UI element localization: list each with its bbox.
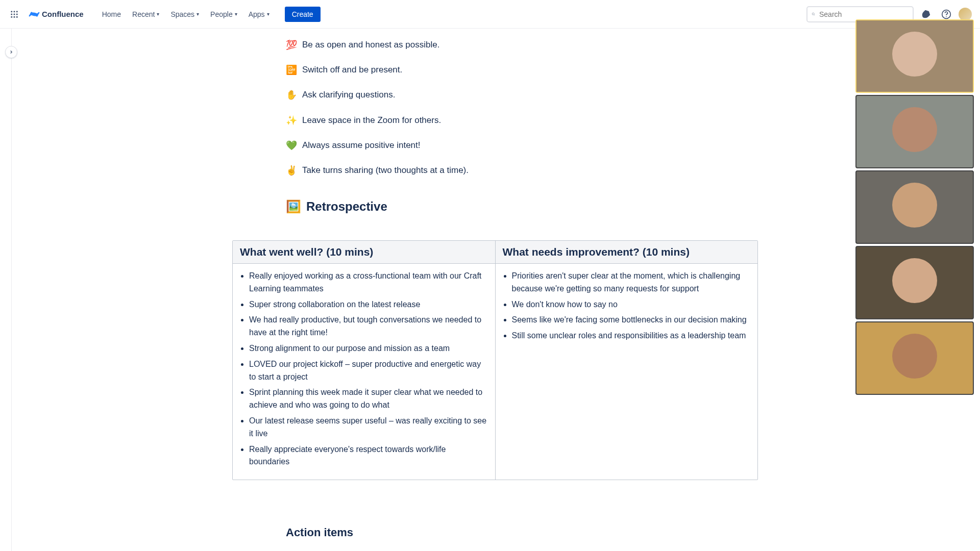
nav-home[interactable]: Home <box>97 7 126 21</box>
list-item: We don't know how to say no <box>512 298 751 311</box>
retro-well-header: What went well? (10 mins) <box>233 241 495 264</box>
create-button[interactable]: Create <box>285 7 321 22</box>
svg-line-10 <box>814 15 815 15</box>
svg-point-4 <box>14 13 15 15</box>
svg-point-5 <box>16 13 18 15</box>
nav-recent[interactable]: Recent▾ <box>127 7 164 21</box>
retro-improve-header: What needs improvement? (10 mins) <box>496 241 758 264</box>
hundred-icon: 💯 <box>286 39 297 52</box>
nav-items: Home Recent▾ Spaces▾ People▾ Apps▾ <box>97 7 275 21</box>
nav-apps[interactable]: Apps▾ <box>243 7 275 21</box>
list-item: LOVED our project kickoff – super produc… <box>249 358 488 384</box>
expand-sidebar-button[interactable] <box>5 46 17 58</box>
video-tile[interactable] <box>855 19 974 93</box>
svg-point-2 <box>16 11 18 12</box>
list-item: Sprint planning this week made it super … <box>249 386 488 412</box>
action-items-heading: Action items <box>286 526 353 539</box>
list-item: Our latest release seems super useful – … <box>249 415 488 440</box>
list-item: Super strong collaboration on the latest… <box>249 298 488 311</box>
person-icon <box>892 258 937 303</box>
chevron-down-icon: ▾ <box>197 11 199 17</box>
video-tile[interactable] <box>855 246 974 319</box>
svg-point-1 <box>14 11 15 12</box>
confluence-logo[interactable]: Confluence <box>26 9 87 20</box>
chevron-down-icon: ▾ <box>235 11 237 17</box>
search-input[interactable] <box>819 10 909 18</box>
rule-item: ✋Ask clarifying questions. <box>286 89 643 102</box>
rule-item: ✌️Take turns sharing (two thoughts at a … <box>286 164 643 177</box>
person-icon <box>892 183 937 228</box>
search-icon <box>812 10 815 18</box>
nav-spaces[interactable]: Spaces▾ <box>165 7 204 21</box>
retro-col-well: What went well? (10 mins) Really enjoyed… <box>233 241 496 480</box>
retrospective-heading: 🖼️ Retrospective <box>286 199 387 214</box>
rule-item: 📴Switch off and be present. <box>286 64 643 77</box>
svg-point-7 <box>14 16 15 17</box>
retro-improve-body: Priorities aren't super clear at the mom… <box>496 264 758 354</box>
app-switcher-icon[interactable] <box>6 6 22 22</box>
chevron-right-icon <box>9 49 14 55</box>
svg-point-3 <box>11 13 12 15</box>
svg-point-9 <box>812 13 814 15</box>
chevron-down-icon: ▾ <box>267 11 270 17</box>
list-item: Strong alignment to our purpose and miss… <box>249 342 488 355</box>
svg-point-0 <box>11 11 12 12</box>
video-tile[interactable] <box>855 95 974 168</box>
list-item: We had really productive, but tough conv… <box>249 314 488 339</box>
phone-off-icon: 📴 <box>286 64 297 77</box>
rule-item: 💯Be as open and honest as possible. <box>286 39 643 52</box>
list-item: Still some unclear roles and responsibil… <box>512 330 751 342</box>
profile-avatar[interactable] <box>959 8 972 21</box>
victory-hand-icon: ✌️ <box>286 164 297 177</box>
page-content: 💯Be as open and honest as possible. 📴Swi… <box>0 29 980 551</box>
picture-frame-icon: 🖼️ <box>286 199 301 214</box>
rule-item: ✨Leave space in the Zoom for others. <box>286 114 643 127</box>
sparkles-icon: ✨ <box>286 114 297 127</box>
video-tile[interactable] <box>855 170 974 244</box>
person-icon <box>892 32 937 77</box>
rule-item: 💚Always assume positive intent! <box>286 139 643 152</box>
chevron-down-icon: ▾ <box>157 11 159 17</box>
top-navigation: Confluence Home Recent▾ Spaces▾ People▾ … <box>0 0 980 29</box>
svg-point-6 <box>11 16 12 17</box>
green-heart-icon: 💚 <box>286 139 297 152</box>
raised-hand-icon: ✋ <box>286 89 297 102</box>
nav-people[interactable]: People▾ <box>205 7 242 21</box>
list-item: Seems like we're facing some bottlenecks… <box>512 314 751 327</box>
list-item: Priorities aren't super clear at the mom… <box>512 270 751 295</box>
retro-col-improve: What needs improvement? (10 mins) Priori… <box>496 241 758 480</box>
svg-point-8 <box>16 16 18 17</box>
retro-table: What went well? (10 mins) Really enjoyed… <box>232 240 758 480</box>
list-item: Really enjoyed working as a cross-functi… <box>249 270 488 295</box>
person-icon <box>892 334 937 379</box>
video-tile[interactable] <box>855 321 974 395</box>
list-item: Really appreciate everyone's respect tow… <box>249 443 488 469</box>
svg-point-12 <box>946 16 947 17</box>
topbar-left: Confluence Home Recent▾ Spaces▾ People▾ … <box>6 6 321 22</box>
person-icon <box>892 107 937 152</box>
retro-well-body: Really enjoyed working as a cross-functi… <box>233 264 495 480</box>
confluence-icon <box>29 9 40 20</box>
ground-rules-list: 💯Be as open and honest as possible. 📴Swi… <box>286 39 643 189</box>
video-call-strip <box>855 19 974 395</box>
product-name: Confluence <box>42 10 84 18</box>
